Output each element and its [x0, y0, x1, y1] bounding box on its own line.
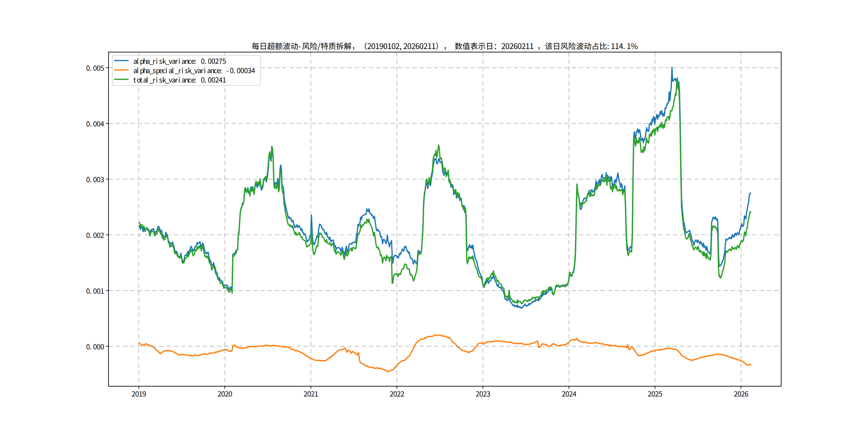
- x-tick-label: 2025: [648, 389, 662, 398]
- x-tick-label: 2019: [131, 389, 146, 398]
- x-tick-label: 2020: [218, 389, 232, 398]
- y-tick-label: 0.004: [86, 118, 104, 128]
- legend-label-2: total_risk_variance: 0.00241: [133, 74, 226, 84]
- figure: 20192020202120222023202420252026 0.0000.…: [0, 0, 868, 434]
- y-tick-label: 0.002: [86, 230, 104, 240]
- x-tick-label: 2022: [390, 389, 404, 398]
- chart-title: 每日超额波动-风险/特质拆解，（20190102,20260211）， 数值表示…: [252, 40, 638, 51]
- y-tick-label: 0.000: [86, 341, 104, 351]
- x-tick-label: 2026: [734, 389, 748, 398]
- y-tick-label: 0.001: [86, 286, 104, 296]
- x-tick-label: 2024: [562, 389, 577, 398]
- legend: alpha_risk_variance: 0.00275alpha_specia…: [112, 56, 260, 86]
- line-chart: 20192020202120222023202420252026 0.0000.…: [0, 0, 868, 434]
- x-tick-label: 2023: [476, 389, 490, 398]
- y-tick-label: 0.005: [86, 63, 104, 72]
- y-tick-label: 0.003: [86, 174, 104, 184]
- x-tick-label: 2021: [304, 389, 318, 398]
- legend-label-0: alpha_risk_variance: 0.00275: [133, 56, 226, 66]
- legend-label-1: alpha_special_risk_variance: -0.00034: [133, 65, 255, 75]
